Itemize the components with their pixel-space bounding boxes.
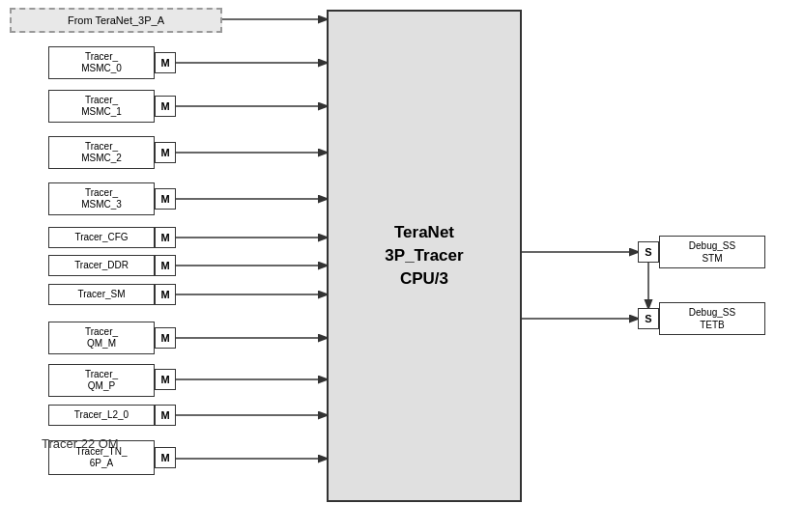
tracer-cfg-box: Tracer_CFG bbox=[48, 227, 155, 248]
tracer-qmm-m: M bbox=[155, 327, 176, 349]
tracer-qmp-m: M bbox=[155, 369, 176, 390]
tetb-label: Debug_SS TETB bbox=[689, 306, 735, 331]
tracer-tn6pa-m: M bbox=[155, 447, 176, 468]
from-teranet-label: From TeraNet_3P_A bbox=[68, 14, 164, 26]
tracer-msmc0-box: Tracer_ MSMC_0 bbox=[48, 46, 155, 79]
tracer-msmc2-m: M bbox=[155, 142, 176, 163]
tracer-ddr-box: Tracer_DDR bbox=[48, 255, 155, 276]
tracer-l20-box: Tracer_L2_0 bbox=[48, 405, 155, 426]
diagram-container: From TeraNet_3P_A Tracer_ MSMC_0 M Trace… bbox=[0, 0, 804, 532]
tracer-qmp-box: Tracer_ QM_P bbox=[48, 364, 155, 397]
tracer-qmm-label: Tracer_ QM_M bbox=[85, 326, 118, 350]
stm-label-box: Debug_SS STM bbox=[659, 236, 765, 268]
tetb-label-box: Debug_SS TETB bbox=[659, 302, 765, 335]
tracer-sm-box: Tracer_SM bbox=[48, 284, 155, 305]
tracer-sm-m: M bbox=[155, 284, 176, 305]
tracer-cfg-m: M bbox=[155, 227, 176, 248]
main-teranet-block: TeraNet 3P_Tracer CPU/3 bbox=[327, 10, 522, 502]
tracer-qmp-label: Tracer_ QM_P bbox=[85, 369, 118, 392]
tracer-msmc3-m: M bbox=[155, 188, 176, 210]
bottom-label: Tracer 22 OM bbox=[42, 436, 119, 451]
tracer-msmc3-label: Tracer_ MSMC_3 bbox=[81, 187, 122, 210]
tracer-cfg-label: Tracer_CFG bbox=[74, 232, 128, 243]
tracer-msmc2-box: Tracer_ MSMC_2 bbox=[48, 136, 155, 169]
tracer-l20-m: M bbox=[155, 405, 176, 426]
tracer-ddr-m: M bbox=[155, 255, 176, 276]
stm-label: Debug_SS STM bbox=[689, 239, 735, 265]
tracer-msmc3-box: Tracer_ MSMC_3 bbox=[48, 182, 155, 215]
tracer-msmc2-label: Tracer_ MSMC_2 bbox=[81, 141, 122, 164]
tetb-s-node: S bbox=[638, 308, 659, 329]
tracer-msmc0-label: Tracer_ MSMC_0 bbox=[81, 51, 122, 74]
tracer-sm-label: Tracer_SM bbox=[77, 289, 125, 300]
tracer-l20-label: Tracer_L2_0 bbox=[74, 409, 129, 421]
tracer-msmc1-m: M bbox=[155, 96, 176, 117]
tracer-msmc0-m: M bbox=[155, 52, 176, 73]
from-teranet-node: From TeraNet_3P_A bbox=[10, 8, 222, 33]
stm-s-node: S bbox=[638, 241, 659, 263]
tracer-msmc1-label: Tracer_ MSMC_1 bbox=[81, 95, 122, 118]
main-block-label: TeraNet 3P_Tracer CPU/3 bbox=[385, 221, 463, 290]
tracer-qmm-box: Tracer_ QM_M bbox=[48, 322, 155, 354]
tracer-msmc1-box: Tracer_ MSMC_1 bbox=[48, 90, 155, 123]
tracer-ddr-label: Tracer_DDR bbox=[74, 260, 129, 271]
